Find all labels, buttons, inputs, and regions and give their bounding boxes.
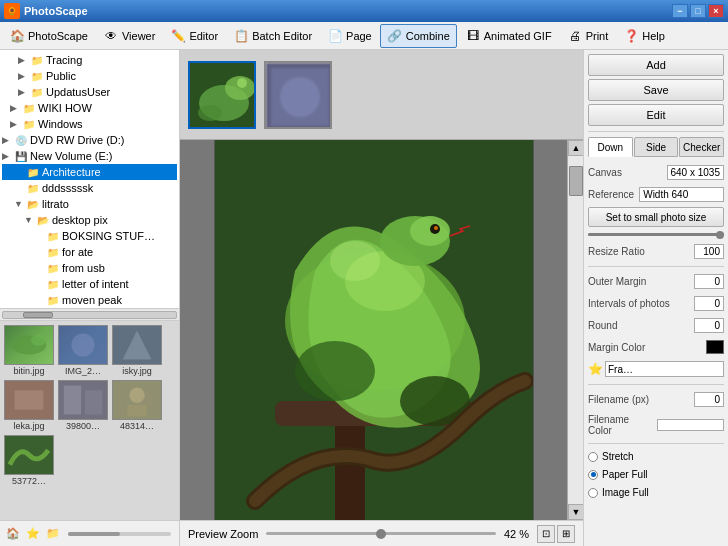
filename-color-swatch[interactable]: [657, 419, 725, 431]
folder-icon: 📁: [46, 245, 60, 259]
menu-combine[interactable]: 🔗 Combine: [380, 24, 457, 48]
menu-editor[interactable]: ✏️ Editor: [163, 24, 225, 48]
vertical-scrollbar[interactable]: ▲ ▼: [567, 140, 583, 520]
tab-side[interactable]: Side: [634, 137, 679, 157]
reference-row: Reference Width 640: [588, 187, 724, 202]
strip-photo-1[interactable]: [188, 61, 256, 129]
zoom-controls: ⊡ ⊞: [537, 525, 575, 543]
margin-color-row: Margin Color: [588, 340, 724, 354]
divider: [588, 131, 724, 132]
zoom-actual-button[interactable]: ⊞: [557, 525, 575, 543]
tree-item-public[interactable]: ▶ 📁 Public: [2, 68, 177, 84]
menu-help[interactable]: ❓ Help: [616, 24, 672, 48]
frame-input[interactable]: [605, 361, 724, 377]
tree-item-windows[interactable]: ▶ 📁 Windows: [2, 116, 177, 132]
add-button[interactable]: Add: [588, 54, 724, 76]
tree-item-moven[interactable]: 📁 moven peak: [2, 292, 177, 308]
edit-button[interactable]: Edit: [588, 104, 724, 126]
svg-point-3: [71, 333, 94, 356]
paper-full-radio[interactable]: [588, 470, 598, 480]
tree-item-boksing[interactable]: 📁 BOKSING STUF…: [2, 228, 177, 244]
folder-icon[interactable]: 📁: [44, 525, 62, 543]
tree-arrow: ▶: [18, 71, 30, 81]
image-full-radio[interactable]: [588, 488, 598, 498]
zoom-slider[interactable]: [266, 532, 496, 535]
star-icon[interactable]: ⭐: [24, 525, 42, 543]
tree-label: for ate: [62, 246, 93, 258]
thumbnail-isky[interactable]: isky.jpg: [112, 325, 162, 376]
maximize-button[interactable]: □: [690, 4, 706, 18]
tree-item-tracing[interactable]: ▶ 📁 Tracing: [2, 52, 177, 68]
paper-full-row: Paper Full: [588, 469, 724, 480]
resize-ratio-slider[interactable]: [588, 233, 724, 236]
scroll-track[interactable]: [568, 156, 583, 504]
menu-viewer[interactable]: 👁 Viewer: [96, 24, 162, 48]
tree-label: BOKSING STUF…: [62, 230, 155, 242]
filename-px-row: Filename (px) 0: [588, 392, 724, 407]
filename-color-label: Filename Color: [588, 414, 654, 436]
folder-open-icon: 📂: [36, 213, 50, 227]
tree-label: WIKI HOW: [38, 102, 92, 114]
tree-item-wikihow[interactable]: ▶ 📁 WIKI HOW: [2, 100, 177, 116]
scroll-thumb[interactable]: [569, 166, 583, 196]
strip-photo-2[interactable]: [264, 61, 332, 129]
h-scroll-thumb[interactable]: [23, 312, 53, 318]
zoom-slider-handle[interactable]: [376, 529, 386, 539]
color-swatch[interactable]: [706, 340, 724, 354]
tree-item-litrato[interactable]: ▼ 📂 litrato: [2, 196, 177, 212]
menu-photoscape[interactable]: 🏠 PhotoScape: [2, 24, 95, 48]
menu-viewer-label: Viewer: [122, 30, 155, 42]
thumb-image: [4, 325, 54, 365]
thumbnail-leka[interactable]: leka.jpg: [4, 380, 54, 431]
tree-item-fromusb[interactable]: 📁 from usb: [2, 260, 177, 276]
zoom-fit-button[interactable]: ⊡: [537, 525, 555, 543]
tree-item-forate[interactable]: 📁 for ate: [2, 244, 177, 260]
strip-snake-image: [190, 63, 254, 127]
scroll-down-button[interactable]: ▼: [568, 504, 583, 520]
left-zoom-slider[interactable]: [68, 532, 171, 536]
menu-animated[interactable]: 🎞 Animated GIF: [458, 24, 559, 48]
center-panel: ▲ ▼ Preview Zoom 42 % ⊡ ⊞: [180, 50, 583, 546]
tree-label: moven peak: [62, 294, 122, 306]
tree-item-ddd[interactable]: 📁 dddsssssk: [2, 180, 177, 196]
thumbnail-bitin[interactable]: bitin.jpg: [4, 325, 54, 376]
save-button[interactable]: Save: [588, 79, 724, 101]
stretch-row: Stretch: [588, 451, 724, 462]
photo-strip: [180, 50, 583, 140]
tree-label: DVD RW Drive (D:): [30, 134, 125, 146]
tree-item-dvd[interactable]: ▶ 💿 DVD RW Drive (D:): [2, 132, 177, 148]
horizontal-scrollbar[interactable]: [0, 308, 179, 320]
tab-down[interactable]: Down: [588, 137, 633, 157]
scroll-up-button[interactable]: ▲: [568, 140, 583, 156]
round-label: Round: [588, 320, 694, 331]
thumb-label: 48314…: [120, 421, 154, 431]
thumbnail-39800[interactable]: 39800…: [58, 380, 108, 431]
file-tree: ▶ 📁 Tracing ▶ 📁 Public ▶ 📁 UpdatusUser ▶…: [0, 50, 179, 308]
tree-item-newvol[interactable]: ▶ 💾 New Volume (E:): [2, 148, 177, 164]
thumbnail-48314[interactable]: 48314…: [112, 380, 162, 431]
tree-label: UpdatusUser: [46, 86, 110, 98]
stretch-radio[interactable]: [588, 452, 598, 462]
menu-page[interactable]: 📄 Page: [320, 24, 379, 48]
thumbnail-img2[interactable]: IMG_2…: [58, 325, 108, 376]
menu-batch[interactable]: 📋 Batch Editor: [226, 24, 319, 48]
left-panel: ▶ 📁 Tracing ▶ 📁 Public ▶ 📁 UpdatusUser ▶…: [0, 50, 180, 546]
tree-label: dddsssssk: [42, 182, 93, 194]
tab-checker[interactable]: Checker: [679, 137, 724, 157]
h-scroll-track[interactable]: [2, 311, 177, 319]
menu-print[interactable]: 🖨 Print: [560, 24, 616, 48]
set-photo-size-button[interactable]: Set to small photo size: [588, 207, 724, 227]
image-scroll-area: ▲ ▼: [180, 140, 583, 520]
tree-item-updatus[interactable]: ▶ 📁 UpdatusUser: [2, 84, 177, 100]
minimize-button[interactable]: −: [672, 4, 688, 18]
tree-item-letter[interactable]: 📁 letter of intent: [2, 276, 177, 292]
stretch-label: Stretch: [602, 451, 634, 462]
strip-blur-image: [266, 63, 330, 127]
home-icon[interactable]: 🏠: [4, 525, 22, 543]
tree-label: desktop pix: [52, 214, 108, 226]
thumbnail-53772[interactable]: 53772…: [4, 435, 54, 486]
tree-item-architecture[interactable]: 📁 Architecture: [2, 164, 177, 180]
close-button[interactable]: ×: [708, 4, 724, 18]
tree-item-desktop[interactable]: ▼ 📂 desktop pix: [2, 212, 177, 228]
main-layout: ▶ 📁 Tracing ▶ 📁 Public ▶ 📁 UpdatusUser ▶…: [0, 50, 728, 546]
